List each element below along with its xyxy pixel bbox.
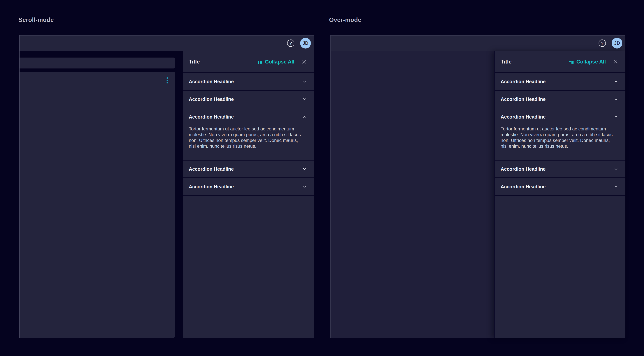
help-icon: ? xyxy=(290,41,292,46)
accordion-body-text: Tortor fermentum ut auctor leo sed ac co… xyxy=(495,125,626,160)
accordion-item: Accordion Headline xyxy=(183,178,314,196)
side-pane-overlay: Title Collapse All xyxy=(494,51,626,338)
scroll-mode-label: Scroll-mode xyxy=(18,17,54,24)
scroll-mode-window: ? JD Title xyxy=(19,35,314,338)
accordion: Accordion Headline Accordion Headline Ac… xyxy=(495,72,626,196)
close-pane-button[interactable] xyxy=(301,59,307,65)
over-mode-window: ? JD Title xyxy=(330,35,626,338)
collapse-all-label: Collapse All xyxy=(265,59,294,65)
accordion-item: Accordion Headline xyxy=(183,73,314,91)
collapse-all-icon xyxy=(257,59,262,65)
chevron-up-icon xyxy=(614,114,618,119)
accordion-item: Accordion Headline xyxy=(495,91,626,108)
accordion-item: Accordion Headline xyxy=(495,178,626,196)
accordion-header[interactable]: Accordion Headline xyxy=(495,108,626,125)
chevron-up-icon xyxy=(302,114,307,119)
pane-header: Title Collapse All xyxy=(495,51,626,72)
accordion-header[interactable]: Accordion Headline xyxy=(183,178,314,195)
chevron-down-icon xyxy=(302,79,307,84)
accordion-header[interactable]: Accordion Headline xyxy=(183,108,314,125)
content-placeholder-bar xyxy=(20,58,176,69)
pane-header: Title Collapse All xyxy=(183,51,314,72)
chevron-down-icon xyxy=(614,184,618,189)
chevron-down-icon xyxy=(302,97,307,102)
collapse-all-button[interactable]: Collapse All xyxy=(257,59,294,65)
accordion: Accordion Headline Accordion Headline Ac… xyxy=(183,72,314,196)
avatar[interactable]: JD xyxy=(300,38,311,49)
accordion-item-expanded: Accordion Headline Tortor fermentum ut a… xyxy=(495,108,626,161)
pane-title: Title xyxy=(501,59,568,65)
accordion-header[interactable]: Accordion Headline xyxy=(183,161,314,177)
chevron-down-icon xyxy=(302,184,307,189)
window-body: Title Collapse All xyxy=(20,51,314,338)
help-button[interactable]: ? xyxy=(287,40,294,47)
close-icon xyxy=(613,59,618,65)
accordion-body-text: Tortor fermentum ut auctor leo sed ac co… xyxy=(183,125,314,160)
accordion-item: Accordion Headline xyxy=(495,73,626,91)
collapse-all-label: Collapse All xyxy=(576,59,606,65)
accordion-header[interactable]: Accordion Headline xyxy=(183,73,314,90)
accordion-header[interactable]: Accordion Headline xyxy=(495,161,626,177)
accordion-header[interactable]: Accordion Headline xyxy=(495,91,626,108)
close-pane-button[interactable] xyxy=(613,59,618,65)
side-pane: Title Collapse All xyxy=(183,51,314,338)
avatar[interactable]: JD xyxy=(612,38,622,49)
accordion-item: Accordion Headline xyxy=(183,161,314,178)
kebab-menu-button[interactable] xyxy=(166,76,169,85)
app-header: ? JD xyxy=(330,36,626,51)
accordion-item: Accordion Headline xyxy=(183,91,314,108)
accordion-item-expanded: Accordion Headline Tortor fermentum ut a… xyxy=(183,108,314,161)
content-placeholder-card xyxy=(20,72,176,338)
accordion-header[interactable]: Accordion Headline xyxy=(183,91,314,108)
chevron-down-icon xyxy=(614,97,618,102)
chevron-down-icon xyxy=(302,166,307,171)
chevron-down-icon xyxy=(614,166,618,171)
help-button[interactable]: ? xyxy=(598,40,606,47)
over-mode-label: Over-mode xyxy=(329,17,361,24)
close-icon xyxy=(301,59,307,65)
accordion-item: Accordion Headline xyxy=(495,161,626,178)
app-header: ? JD xyxy=(20,36,314,51)
chevron-down-icon xyxy=(614,79,618,84)
canvas: Scroll-mode Over-mode ? JD Title xyxy=(0,0,644,356)
window-body: Title Collapse All xyxy=(330,51,626,338)
content-area xyxy=(20,51,183,338)
accordion-header[interactable]: Accordion Headline xyxy=(495,178,626,195)
collapse-all-button[interactable]: Collapse All xyxy=(568,59,606,65)
help-icon: ? xyxy=(601,41,603,46)
pane-title: Title xyxy=(189,59,257,65)
collapse-all-icon xyxy=(568,59,574,65)
accordion-header[interactable]: Accordion Headline xyxy=(495,73,626,90)
